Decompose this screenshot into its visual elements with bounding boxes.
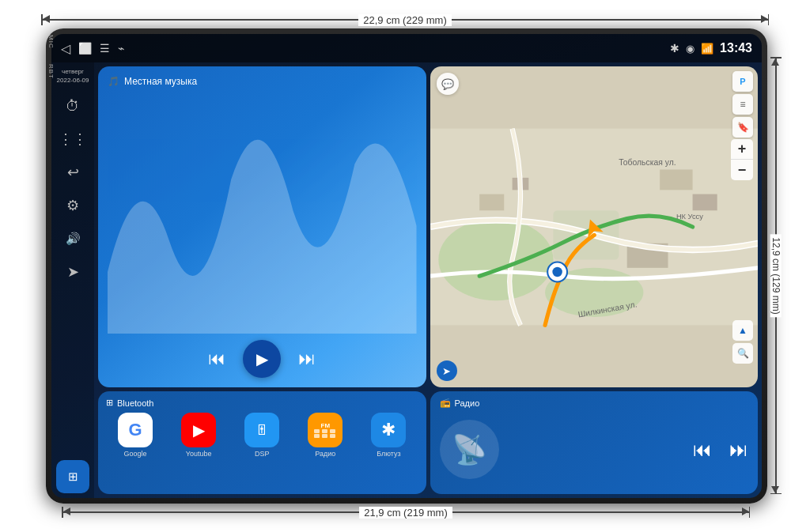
bluetooth-app-icon: ✱ bbox=[371, 413, 406, 447]
zoom-out-button[interactable]: − bbox=[731, 160, 753, 180]
back-icon[interactable]: ◁ bbox=[61, 41, 70, 56]
svg-rect-4 bbox=[479, 194, 504, 211]
prev-button[interactable]: ⏮ bbox=[208, 349, 225, 369]
map-card[interactable]: Тобольская ул. НК Уссу Шилкинская ул. 💬 … bbox=[430, 66, 759, 387]
tick-right bbox=[768, 14, 770, 25]
sidebar-item-settings[interactable]: ⚙ bbox=[58, 191, 88, 221]
sidebar: четверг 2022-06-09 ⏱ ⋮⋮ ↩ ⚙ 🔊 ➤ ⊞ bbox=[51, 62, 94, 498]
svg-point-1 bbox=[438, 219, 553, 301]
radio-content: 📡 ⏮ ⏭ bbox=[440, 411, 749, 488]
radio-app-label: Радио bbox=[315, 450, 335, 458]
menu-icon[interactable]: ☰ bbox=[100, 42, 110, 55]
content-grid: 🎵 Местная музыка ⏮ ▶ ⏭ bbox=[94, 62, 762, 498]
radio-next-button[interactable]: ⏭ bbox=[729, 439, 748, 461]
google-app-icon: G bbox=[118, 413, 153, 447]
radio-card-title: 📻 Радио bbox=[440, 398, 749, 408]
tick-bottom-right bbox=[749, 507, 751, 518]
radio-controls: ⏮ ⏭ bbox=[693, 439, 748, 461]
sidebar-item-nav[interactable]: ➤ bbox=[58, 257, 88, 287]
bluetooth-app-label: Блютуз bbox=[377, 450, 400, 458]
map-bookmark-button[interactable]: 🔖 bbox=[732, 117, 753, 138]
app-item-bluetooth[interactable]: ✱ Блютуз bbox=[371, 413, 406, 458]
app-item-radio[interactable]: FM bbox=[308, 413, 343, 458]
app-icons-row: G Google ▶ Youtube 🎚 DSP bbox=[106, 413, 418, 458]
music-title: 🎵 Местная музыка bbox=[108, 76, 417, 87]
main-area: четверг 2022-06-09 ⏱ ⋮⋮ ↩ ⚙ 🔊 ➤ ⊞ bbox=[51, 62, 762, 498]
sidebar-item-equalizer[interactable]: ⋮⋮ bbox=[58, 124, 88, 154]
map-background: Тобольская ул. НК Уссу Шилкинская ул. bbox=[430, 66, 759, 387]
bluetooth-status-icon: ✱ bbox=[670, 42, 679, 55]
sidebar-date: четверг 2022-06-09 bbox=[57, 67, 89, 85]
map-zoom-controls: + − bbox=[731, 139, 753, 180]
radio-title-icon: 📻 bbox=[440, 398, 451, 408]
bluetooth-card: ⊞ Bluetooth G Google ▶ bbox=[98, 391, 426, 494]
device-wrapper: MIC RBT ◁ ⬜ ☰ ⌁ ✱ ◉ 📶 13:43 bbox=[46, 28, 767, 504]
apps-button[interactable]: ⊞ bbox=[56, 460, 89, 493]
clock-status: 13:43 bbox=[720, 41, 752, 55]
map-menu-button[interactable]: ≡ bbox=[732, 94, 753, 115]
bluetooth-card-title: ⊞ Bluetooth bbox=[106, 398, 418, 408]
map-compass-button[interactable]: ▲ bbox=[732, 320, 753, 341]
radio-card: 📻 Радио 📡 ⏮ ⏭ bbox=[430, 391, 759, 494]
tick-right-top bbox=[770, 57, 782, 58]
tick-left bbox=[41, 14, 43, 25]
map-bottom-controls: ▲ 🔍 bbox=[732, 320, 753, 364]
screen: ◁ ⬜ ☰ ⌁ ✱ ◉ 📶 13:43 четверг 2022-06-09 bbox=[51, 34, 762, 498]
youtube-app-icon: ▶ bbox=[181, 413, 216, 447]
youtube-app-label: Youtube bbox=[186, 450, 212, 458]
music-controls: ⏮ ▶ ⏭ bbox=[108, 334, 417, 378]
map-chat-button[interactable]: 💬 bbox=[437, 73, 459, 95]
music-card: 🎵 Местная музыка ⏮ ▶ ⏭ bbox=[98, 66, 426, 387]
next-button[interactable]: ⏭ bbox=[298, 349, 316, 369]
radio-antenna-icon: 📡 bbox=[440, 420, 499, 479]
status-bar: ◁ ⬜ ☰ ⌁ ✱ ◉ 📶 13:43 bbox=[51, 34, 762, 62]
svg-rect-6 bbox=[660, 169, 692, 190]
device-shell: MIC RBT ◁ ⬜ ☰ ⌁ ✱ ◉ 📶 13:43 bbox=[46, 28, 767, 504]
bluetooth-title-icon: ⊞ bbox=[106, 398, 113, 408]
tick-bottom-left bbox=[62, 507, 63, 518]
svg-text:Тобольская ул.: Тобольская ул. bbox=[619, 158, 676, 167]
map-top-controls: P ≡ 🔖 bbox=[732, 71, 753, 138]
play-button[interactable]: ▶ bbox=[243, 340, 281, 378]
music-note-icon: 🎵 bbox=[108, 76, 119, 87]
svg-rect-7 bbox=[692, 194, 717, 211]
map-parking-button[interactable]: P bbox=[732, 71, 753, 92]
home-icon[interactable]: ⬜ bbox=[78, 42, 92, 55]
right-measurement-label: 12,9 cm (129 mm) bbox=[770, 234, 782, 317]
app-item-dsp[interactable]: 🎚 DSP bbox=[244, 413, 279, 458]
dsp-app-icon: 🎚 bbox=[244, 413, 279, 447]
map-nav-button[interactable]: ➤ bbox=[437, 360, 457, 381]
svg-text:НК Уссу: НК Уссу bbox=[676, 213, 702, 221]
svg-point-11 bbox=[552, 267, 562, 277]
dsp-app-label: DSP bbox=[255, 450, 270, 458]
music-wave-decoration bbox=[108, 87, 417, 334]
app-item-youtube[interactable]: ▶ Youtube bbox=[181, 413, 216, 458]
radio-prev-button[interactable]: ⏮ bbox=[693, 439, 712, 461]
tick-right-bottom bbox=[770, 493, 782, 495]
sidebar-item-undo[interactable]: ↩ bbox=[58, 157, 88, 187]
radio-app-icon: FM bbox=[308, 413, 343, 447]
zoom-in-button[interactable]: + bbox=[731, 139, 753, 160]
wifi-icon: 📶 bbox=[701, 43, 713, 55]
bottom-measurement-label: 21,9 cm (219 mm) bbox=[359, 507, 452, 519]
rbt-label: RBT bbox=[47, 64, 55, 79]
mic-label: MIC bbox=[47, 35, 55, 49]
top-measurement-label: 22,9 cm (229 mm) bbox=[358, 14, 451, 26]
sidebar-item-clock[interactable]: ⏱ bbox=[58, 91, 88, 121]
google-app-label: Google bbox=[124, 450, 147, 458]
usb-icon: ⌁ bbox=[118, 42, 124, 55]
map-search-button[interactable]: 🔍 bbox=[732, 343, 753, 364]
sidebar-item-volume[interactable]: 🔊 bbox=[58, 224, 88, 254]
app-item-google[interactable]: G Google bbox=[118, 413, 153, 458]
location-icon: ◉ bbox=[686, 43, 694, 55]
